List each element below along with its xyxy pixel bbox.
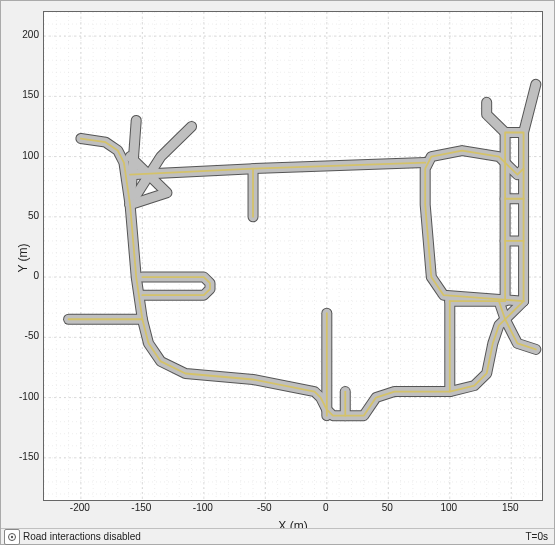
x-tick: -50	[250, 502, 278, 513]
y-tick: -150	[11, 451, 39, 462]
figure-window: -200-150-100-50050100150 -150-100-500501…	[0, 0, 555, 545]
x-tick: -150	[127, 502, 155, 513]
x-tick: 50	[373, 502, 401, 513]
sim-time: T=0s	[525, 531, 548, 542]
y-tick: 50	[11, 210, 39, 221]
status-text: Road interactions disabled	[23, 531, 141, 542]
x-tick: 150	[496, 502, 524, 513]
y-tick: 100	[11, 150, 39, 161]
gear-icon[interactable]	[4, 529, 20, 545]
y-axis-label: Y (m)	[16, 238, 30, 278]
svg-point-99	[11, 535, 13, 537]
x-tick: -100	[189, 502, 217, 513]
y-tick: 200	[11, 29, 39, 40]
x-tick: 100	[435, 502, 463, 513]
status-bar: Road interactions disabled T=0s	[1, 528, 554, 544]
axes[interactable]	[43, 11, 543, 501]
y-tick: -50	[11, 330, 39, 341]
x-tick: -200	[66, 502, 94, 513]
y-tick: -100	[11, 391, 39, 402]
y-tick: 150	[11, 89, 39, 100]
x-tick: 0	[312, 502, 340, 513]
road-plot	[44, 12, 542, 500]
